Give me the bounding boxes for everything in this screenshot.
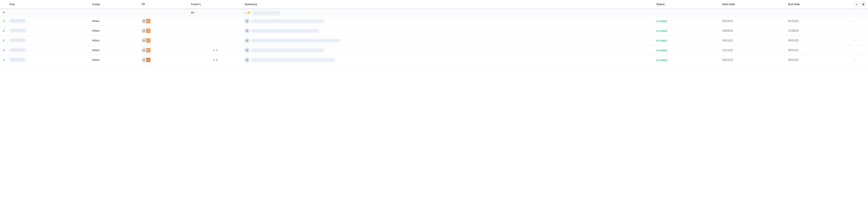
key-value (10, 39, 26, 42)
row-tp-1: ⚙ (139, 26, 189, 36)
row-key-4[interactable] (7, 55, 90, 65)
row-key-3[interactable] (7, 46, 90, 55)
row-action-icon[interactable]: – (854, 29, 856, 33)
row-check-1: ✓ (0, 26, 7, 36)
summary-content: ⚙ (245, 19, 652, 24)
row-startdate-0: 01/12/21 (720, 16, 786, 26)
special-row: ✦ 44 ▾ 📁 (0, 9, 868, 16)
tp-type-icon (146, 28, 151, 33)
summary-content: ⚙ (245, 38, 652, 43)
check-icon: ✓ (2, 29, 5, 33)
gear-icon: ⚙ (143, 20, 145, 23)
gear-icon: ⚙ (246, 49, 248, 52)
col-header-enddate[interactable]: End Date (786, 0, 852, 9)
expand-arrow-icon[interactable]: ▶ (213, 49, 215, 52)
col-header-comp[interactable]: Comp (90, 0, 139, 9)
total-count: 44 (191, 11, 194, 14)
gear-icon: ⚙ (246, 20, 248, 23)
special-row-status (654, 9, 720, 16)
table-row: ✓Atlass ⚙ ▶3 ⚙ CLOSED10/11/2126/11/21– (0, 55, 868, 65)
tp-icons: ⚙ (142, 28, 186, 33)
key-value (10, 19, 26, 22)
special-row-startdate (720, 9, 786, 16)
check-icon: ✓ (2, 19, 5, 23)
special-row-summary: ▾ 📁 (242, 9, 654, 16)
issues-table: Key Comp TP Count L Summary Status Start… (0, 0, 868, 65)
row-summary-3[interactable]: ⚙ (242, 46, 654, 55)
col-header-check (0, 0, 7, 9)
table-row: ✓Atlass ⚙ ⚙ CLOSED15/02/2217/02/22– (0, 26, 868, 36)
tp-icons: ⚙ (142, 57, 186, 62)
end-date-value: 26/11/21 (788, 39, 799, 42)
row-enddate-0: 01/12/21 (786, 16, 852, 26)
row-summary-4[interactable]: ⚙ (242, 55, 654, 65)
row-enddate-3: 26/11/21 (786, 46, 852, 55)
table-row: ✓Atlass ⚙ ▶2 ⚙ CLOSED11/11/2126/11/21– (0, 46, 868, 55)
row-action-icon[interactable]: – (854, 48, 856, 52)
check-icon: ✓ (2, 48, 5, 52)
key-value (10, 48, 26, 52)
key-value (10, 58, 26, 61)
header-action-buttons: + ⚙ (854, 2, 866, 7)
gear-icon: ⚙ (143, 29, 145, 32)
add-column-button[interactable]: + (854, 2, 859, 7)
col-header-startdate[interactable]: Start Date (720, 0, 786, 9)
comp-value: Atlass (92, 29, 99, 32)
summary-text (251, 59, 335, 61)
col-header-summary[interactable]: Summary (242, 0, 654, 9)
row-count-3: ▶2 (188, 46, 242, 55)
row-summary-2[interactable]: ⚙ (242, 36, 654, 46)
row-comp-1: Atlass (90, 26, 139, 36)
summary-text (251, 20, 324, 23)
col-header-count[interactable]: Count L (188, 0, 242, 9)
col-header-actions: + ⚙ (852, 0, 868, 9)
row-count-2 (188, 36, 242, 46)
col-header-key[interactable]: Key (7, 0, 90, 9)
dropdown-arrow-icon[interactable]: ▾ (245, 12, 246, 14)
tp-type-icon (146, 19, 151, 23)
summary-text (251, 29, 319, 32)
row-status-2: CLOSED (654, 36, 720, 46)
row-action-icon[interactable]: – (854, 58, 856, 62)
row-key-2[interactable] (7, 36, 90, 46)
row-check-2: ✓ (0, 36, 7, 46)
row-action-icon[interactable]: – (854, 19, 856, 23)
row-count-1 (188, 26, 242, 36)
row-action-icon[interactable]: – (854, 38, 856, 42)
start-date-value: 01/12/21 (722, 20, 733, 23)
row-startdate-4: 10/11/21 (720, 55, 786, 65)
col-header-status[interactable]: Status (654, 0, 720, 9)
row-startdate-3: 11/11/21 (720, 46, 786, 55)
row-key-1[interactable] (7, 26, 90, 36)
row-comp-3: Atlass (90, 46, 139, 55)
summary-content: ⚙ (245, 57, 652, 62)
row-status-0: CLOSED (654, 16, 720, 26)
special-row-comp (90, 9, 139, 16)
tp-avatar-icon: ⚙ (142, 38, 147, 43)
col-header-tp[interactable]: TP (139, 0, 189, 9)
expand-arrow-icon[interactable]: ▶ (213, 59, 215, 61)
gear-icon: ⚙ (143, 39, 145, 42)
tp-avatar-icon: ⚙ (142, 57, 147, 62)
summary-avatar-icon: ⚙ (245, 38, 250, 43)
settings-button[interactable]: ⚙ (861, 2, 866, 7)
table-row: ✓Atlass ⚙ ⚙ CLOSED10/11/2126/11/21– (0, 36, 868, 46)
tp-icons: ⚙ (142, 48, 186, 53)
tp-type-icon (146, 48, 151, 53)
row-actions-1: – (852, 26, 868, 36)
row-check-0: ✓ (0, 16, 7, 26)
summary-avatar-icon: ⚙ (245, 48, 250, 53)
comp-value: Atlass (92, 49, 99, 52)
row-summary-0[interactable]: ⚙ (242, 16, 654, 26)
comp-value: Atlass (92, 39, 99, 42)
row-actions-0: – (852, 16, 868, 26)
row-key-0[interactable] (7, 16, 90, 26)
row-summary-1[interactable]: ⚙ (242, 26, 654, 36)
end-date-value: 17/02/22 (788, 29, 799, 32)
summary-avatar-icon: ⚙ (245, 57, 250, 62)
summary-avatar-icon: ⚙ (245, 28, 250, 33)
row-enddate-4: 26/11/21 (786, 55, 852, 65)
check-icon: ✓ (2, 39, 5, 42)
special-row-actions (852, 9, 868, 16)
row-check-4: ✓ (0, 55, 7, 65)
